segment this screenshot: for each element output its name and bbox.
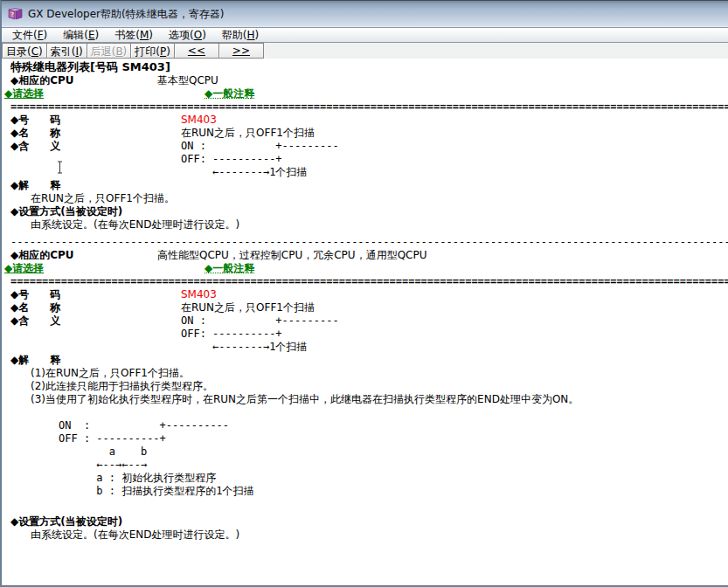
name-value: 在RUN之后，只OFF1个扫描 [181,301,315,314]
setting-body: 由系统设定。(在每次END处理时进行设定。) [31,528,728,542]
menu-bookmark[interactable]: 书签(M) [107,27,161,44]
meaning-row: ◆含 义 ON : +--------- OFF: ----------+ ←-… [10,140,728,179]
title-bar: ? GX Developer帮助(特殊继电器，寄存器) [2,1,728,28]
timing-on-line: ON : +--------- [181,314,339,328]
name-label: ◆名 称 [10,127,181,140]
timing-chart: ON : +--------- OFF: ----------+ ←------… [181,140,339,179]
spacer [10,406,728,419]
number-row: ◆号 码 SM403 [10,288,728,301]
double-rule: ========================================… [10,275,728,288]
window-title: GX Developer帮助(特殊继电器，寄存器) [28,7,224,22]
links-row: ◆请选择 ◆一般注释 [4,262,728,275]
page-title: 特殊继电器列表[号码 SM403] [10,60,728,74]
menu-bar: 文件(F) 编辑(E) 书签(M) 选项(O) 帮助(H) [2,28,728,43]
name-label: ◆名 称 [10,301,181,314]
number-value: SM403 [181,288,217,301]
number-label: ◆号 码 [10,114,181,127]
explanation-label: ◆解 释 [10,354,728,367]
double-rule: ========================================… [10,100,728,114]
explanation-item-2: (2)此连接只能用于扫描执行类型程序。 [31,380,728,393]
diagram-ab-labels: a b [59,445,728,459]
back-button: 后退(B) [87,43,132,59]
dashed-rule: ----------------------------------------… [10,236,728,249]
diagram-arrows: ←--→←--→ [59,459,728,472]
explanation-body: 在RUN之后，只OFF1个扫描。 [31,192,728,205]
meaning-label: ◆含 义 [10,314,181,354]
links-row: ◆请选择 ◆一般注释 [4,87,728,100]
general-note-link[interactable]: ◆一般注释 [205,87,254,100]
explanation-item-3: (3)当使用了初始化执行类型程序时，在RUN之后第一个扫描中，此继电器在扫描执行… [31,393,728,406]
name-value: 在RUN之后，只OFF1个扫描 [181,127,315,140]
menu-file[interactable]: 文件(F) [4,27,55,44]
timing-on-line: ON : +--------- [181,140,339,153]
menu-options[interactable]: 选项(O) [161,27,214,44]
menu-edit[interactable]: 编辑(E) [55,27,107,44]
setting-label: ◆设置方式(当被设定时) [10,515,728,528]
svg-text:?: ? [10,11,14,18]
diagram-b-desc: b : 扫描执行类型程序的1个扫描 [59,485,728,498]
timing-off-line: OFF: ----------+ [181,328,339,341]
diagram-a-desc: a : 初始化执行类型程序 [59,472,728,485]
number-row: ◆号 码 SM403 [10,114,728,127]
browse-next-button[interactable]: >> [218,43,264,59]
spacer [10,498,728,511]
contents-button[interactable]: 目录(C) [2,43,47,59]
setting-body: 由系统设定。(在每次END处理时进行设定。) [31,218,728,231]
select-link[interactable]: ◆请选择 [4,262,44,274]
browse-prev-button[interactable]: << [174,43,219,59]
name-row: ◆名 称 在RUN之后，只OFF1个扫描 [10,301,728,314]
diagram-off-line: OFF : ----------+ [59,432,728,445]
help-content: 特殊继电器列表[号码 SM403] ◆相应的CPU 基本型QCPU ◆请选择 ◆… [2,59,728,585]
toolbar: 目录(C) 索引(I) 后退(B) 打印(P) << >> [2,43,728,59]
cpu-label: ◆相应的CPU [10,249,157,262]
diagram-on-line: ON : +---------- [59,419,728,432]
timing-diagram: ON : +---------- OFF : ----------+ a b ←… [59,419,728,498]
cpu-row: ◆相应的CPU 高性能型QCPU，过程控制CPU，冗余CPU，通用型QCPU [10,249,728,262]
cpu-row: ◆相应的CPU 基本型QCPU [10,74,728,87]
meaning-label: ◆含 义 [10,140,181,179]
timing-chart: ON : +--------- OFF: ----------+ ←------… [181,314,339,354]
menu-help[interactable]: 帮助(H) [214,27,267,44]
help-window: ? GX Developer帮助(特殊继电器，寄存器) 文件(F) 编辑(E) … [0,0,728,587]
explanation-item-1: (1)在RUN之后，只OFF1个扫描。 [31,367,728,380]
print-button[interactable]: 打印(P) [130,43,175,59]
general-note-link[interactable]: ◆一般注释 [205,262,254,275]
number-value: SM403 [181,114,217,127]
number-label: ◆号 码 [10,288,181,301]
cpu-value: 高性能型QCPU，过程控制CPU，冗余CPU，通用型QCPU [157,249,426,262]
cpu-value: 基本型QCPU [157,74,218,87]
timing-arrow-line: ←-------→1个扫描 [181,166,339,179]
setting-label: ◆设置方式(当被设定时) [10,205,728,218]
timing-off-line: OFF: ----------+ [181,153,339,166]
index-button[interactable]: 索引(I) [46,43,87,59]
select-link[interactable]: ◆请选择 [4,87,44,100]
help-book-icon: ? [8,7,23,21]
meaning-row: ◆含 义 ON : +--------- OFF: ----------+ ←-… [10,314,728,354]
timing-arrow-line: ←-------→1个扫描 [181,341,339,354]
cpu-label: ◆相应的CPU [10,74,157,87]
explanation-label: ◆解 释 [10,179,728,192]
name-row: ◆名 称 在RUN之后，只OFF1个扫描 [10,127,728,140]
